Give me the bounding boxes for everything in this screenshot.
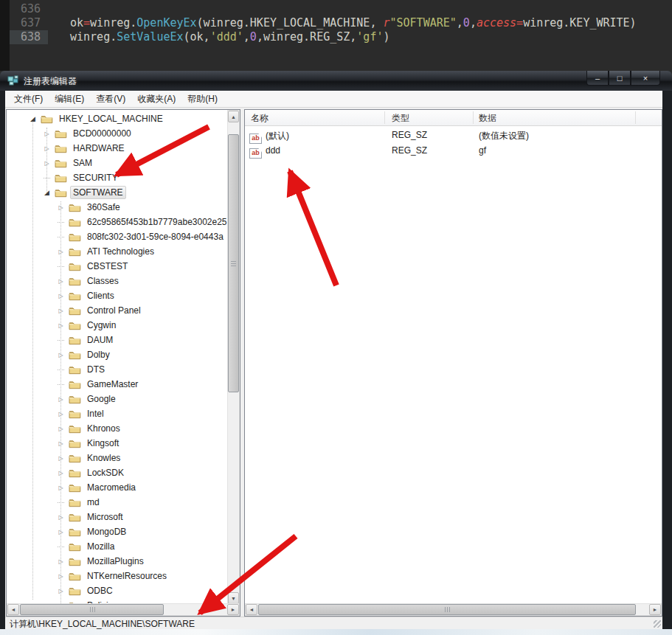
expander-collapsed-icon[interactable]: ▷ [56, 347, 66, 362]
editor-breakpoint-gutter[interactable] [0, 0, 10, 71]
column-header-0[interactable]: 名称 [251, 112, 269, 125]
expander-collapsed-icon[interactable]: ▷ [56, 583, 66, 598]
column-divider[interactable] [635, 111, 636, 124]
scroll-right-button[interactable]: ► [227, 604, 239, 615]
tree-label[interactable]: Mozilla [84, 540, 117, 553]
expander-collapsed-icon[interactable]: ▷ [56, 392, 66, 406]
tree-label[interactable]: SAM [70, 156, 95, 170]
tree-label[interactable]: ATI Technologies [84, 245, 157, 258]
tree-item-HKEY_LOCAL_MACHINE[interactable]: ◢HKEY_LOCAL_MACHINE [7, 111, 227, 126]
tree-label[interactable]: 808fc302-3d01-59ce-8094-e0443a [84, 230, 226, 243]
code-lines[interactable]: 636637ok=winreg.OpenKeyEx(winreg.HKEY_LO… [10, 2, 672, 44]
expander-collapsed-icon[interactable]: ▷ [56, 510, 66, 524]
tree-item-Control Panel[interactable]: ▷Control Panel [7, 303, 227, 318]
values-hscroll-thumb[interactable] [258, 604, 636, 615]
expander-collapsed-icon[interactable]: ▷ [42, 141, 52, 156]
tree-label[interactable]: CBSTEST [84, 260, 131, 273]
tree-label[interactable]: Control Panel [84, 304, 144, 317]
expander-collapsed-icon[interactable]: ▷ [56, 554, 66, 569]
tree-label[interactable]: Knowles [84, 451, 123, 465]
expander-collapsed-icon[interactable]: ▷ [56, 524, 66, 539]
tree-label[interactable]: NTKernelResources [84, 569, 170, 583]
tree-label[interactable]: Clients [84, 289, 117, 302]
tree-item-62c95865f453b1b7779abe3002e25[interactable]: 62c95865f453b1b7779abe3002e25 [7, 215, 227, 229]
value-row-(默认)[interactable]: ab(默认)REG_SZ(数值未设置) [245, 128, 662, 143]
menu-item-0[interactable]: 文件(F) [8, 91, 49, 108]
values-horizontal-scrollbar[interactable]: ◄ ► [245, 603, 662, 616]
tree-label[interactable]: BCD00000000 [70, 127, 134, 140]
minimize-button[interactable]: – [586, 71, 609, 86]
tree-label[interactable]: MongoDB [84, 525, 129, 538]
expander-collapsed-icon[interactable]: ▷ [56, 244, 66, 259]
tree-label[interactable]: Khronos [84, 422, 123, 435]
column-header-1[interactable]: 类型 [392, 112, 409, 125]
tree-label[interactable]: Macromedia [84, 481, 139, 494]
tree-item-Knowles[interactable]: ▷Knowles [7, 451, 227, 465]
maximize-button[interactable]: □ [609, 71, 631, 86]
tree-label[interactable]: LockSDK [84, 466, 127, 479]
tree-label[interactable]: Classes [84, 274, 122, 288]
expander-collapsed-icon[interactable]: ▷ [56, 318, 66, 333]
tree-label[interactable]: Cygwin [84, 319, 119, 332]
tree-label[interactable]: SECURITY [70, 171, 121, 184]
tree-label[interactable]: 360Safe [84, 201, 123, 214]
expander-expanded-icon[interactable]: ◢ [42, 185, 52, 200]
tree-hscroll-thumb[interactable] [20, 604, 164, 615]
tree-label[interactable]: Microsoft [84, 510, 126, 524]
tree-label[interactable]: GameMaster [84, 378, 141, 391]
expander-collapsed-icon[interactable]: ▷ [56, 406, 66, 421]
tree-horizontal-scrollbar[interactable]: ◄ ► [7, 603, 240, 616]
tree-label[interactable]: SOFTWARE [70, 186, 126, 199]
scroll-up-button[interactable]: ▲ [228, 111, 239, 122]
tree-item-Intel[interactable]: ▷Intel [7, 406, 227, 421]
expander-collapsed-icon[interactable]: ▷ [56, 200, 66, 215]
tree-vscroll-thumb[interactable] [228, 134, 239, 392]
scroll-down-button[interactable]: ▼ [228, 592, 239, 604]
value-row-ddd[interactable]: abdddREG_SZgf [245, 143, 662, 159]
tree-item-DAUM[interactable]: DAUM [7, 333, 227, 347]
tree-label[interactable]: md [84, 496, 103, 509]
expander-collapsed-icon[interactable]: ▷ [56, 274, 66, 288]
window-titlebar[interactable]: 注册表编辑器 –□× [0, 71, 672, 91]
menu-item-4[interactable]: 帮助(H) [181, 91, 224, 108]
expander-collapsed-icon[interactable]: ▷ [56, 288, 66, 303]
menu-item-3[interactable]: 收藏夹(A) [131, 91, 181, 108]
tree-label[interactable]: Google [84, 392, 119, 406]
tree-item-HARDWARE[interactable]: ▷HARDWARE [7, 141, 227, 156]
tree-item-ODBC[interactable]: ▷ODBC [7, 583, 227, 598]
tree-label[interactable]: DTS [84, 363, 108, 376]
expander-collapsed-icon[interactable]: ▷ [56, 465, 66, 480]
tree-label[interactable]: 62c95865f453b1b7779abe3002e25 [84, 215, 227, 229]
scroll-left-button[interactable]: ◄ [246, 604, 257, 615]
tree-item-Mozilla[interactable]: Mozilla [7, 539, 227, 554]
tree-label[interactable]: HARDWARE [70, 142, 128, 155]
expander-collapsed-icon[interactable]: ▷ [56, 303, 66, 318]
close-button[interactable]: × [631, 71, 660, 86]
tree-item-GameMaster[interactable]: GameMaster [7, 377, 227, 392]
tree-item-Classes[interactable]: ▷Classes [7, 274, 227, 288]
column-divider[interactable] [473, 111, 474, 124]
expander-expanded-icon[interactable]: ◢ [28, 111, 38, 126]
column-header-2[interactable]: 数据 [479, 112, 496, 125]
tree-label[interactable]: Dolby [84, 348, 113, 361]
tree-item-Microsoft[interactable]: ▷Microsoft [7, 510, 227, 524]
tree-item-808fc302-3d01-59ce-8094-e0443a[interactable]: 808fc302-3d01-59ce-8094-e0443a [7, 229, 227, 244]
expander-collapsed-icon[interactable]: ▷ [56, 421, 66, 436]
menu-item-1[interactable]: 编辑(E) [49, 91, 90, 108]
expander-collapsed-icon[interactable]: ▷ [56, 451, 66, 465]
tree-item-SOFTWARE[interactable]: ◢SOFTWARE [7, 185, 227, 200]
tree-item-Khronos[interactable]: ▷Khronos [7, 421, 227, 436]
tree-item-CBSTEST[interactable]: CBSTEST [7, 259, 227, 274]
tree-item-360Safe[interactable]: ▷360Safe [7, 200, 227, 215]
scroll-left-button[interactable]: ◄ [7, 604, 19, 615]
tree-item-MozillaPlugins[interactable]: ▷MozillaPlugins [7, 554, 227, 569]
tree-item-MongoDB[interactable]: ▷MongoDB [7, 524, 227, 539]
tree-item-Google[interactable]: ▷Google [7, 392, 227, 406]
tree-item-Policies[interactable]: ▷Policies [7, 598, 227, 603]
tree-label[interactable]: DAUM [84, 333, 116, 347]
tree-item-SECURITY[interactable]: SECURITY [7, 170, 227, 185]
tree-vertical-scrollbar[interactable]: ▲ ▼ [227, 110, 240, 603]
tree-item-Macromedia[interactable]: ▷Macromedia [7, 480, 227, 495]
expander-collapsed-icon[interactable]: ▷ [56, 569, 66, 583]
tree-item-LockSDK[interactable]: ▷LockSDK [7, 465, 227, 480]
